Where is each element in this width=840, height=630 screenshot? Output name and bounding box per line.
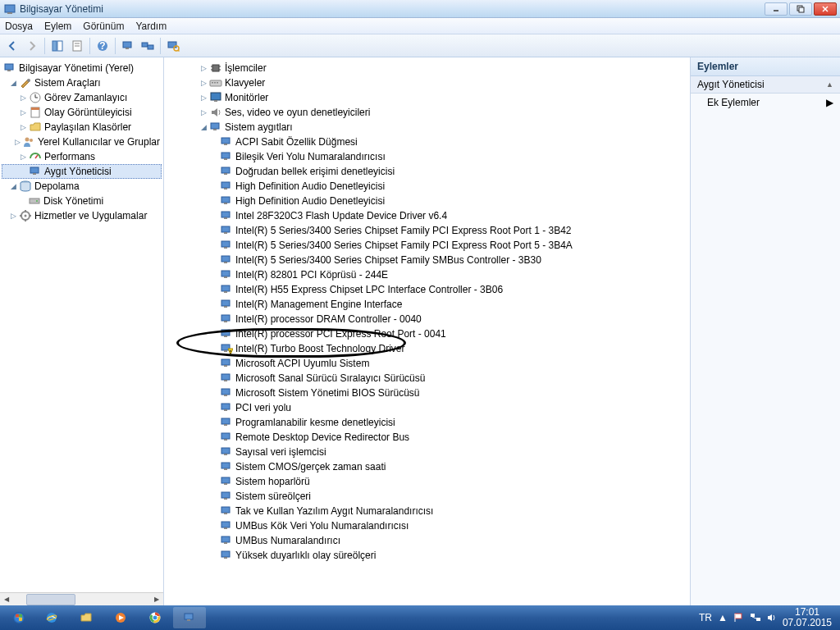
device-item[interactable]: High Definition Audio Denetleyicisi xyxy=(197,179,688,194)
properties-button[interactable] xyxy=(68,37,86,55)
taskbar-ie[interactable] xyxy=(35,607,68,628)
device-item[interactable]: High Definition Audio Denetleyicisi xyxy=(197,194,688,208)
tree-root[interactable]: Bilgisayar Yönetimi (Yerel) xyxy=(2,61,162,75)
device-item[interactable]: Sistem süreölçeri xyxy=(197,489,688,504)
tree-shared-folders[interactable]: ▷Paylaşılan Klasörler xyxy=(2,120,162,135)
collapse-icon[interactable]: ◢ xyxy=(8,78,18,88)
device-item[interactable]: Sistem CMOS/gerçek zaman saati xyxy=(197,459,688,474)
network-icon[interactable] xyxy=(750,612,761,623)
tree-storage[interactable]: ◢Depolama xyxy=(2,179,162,194)
category-keyboards[interactable]: ▷Klavyeler xyxy=(197,75,688,90)
expand-icon[interactable]: ▷ xyxy=(199,93,208,103)
device-item[interactable]: Microsoft Sistem Yönetimi BIOS Sürücüsü xyxy=(197,386,688,400)
device-item[interactable]: ACPI Sabit Özellik Düğmesi xyxy=(197,135,688,149)
device-item[interactable]: Intel(R) Management Engine Interface xyxy=(197,297,688,312)
content-pane[interactable]: ▷İşlemciler ▷Klavyeler ▷Monitörler ▷Ses,… xyxy=(164,57,691,605)
device-item[interactable]: Sayısal veri işlemcisi xyxy=(197,445,688,459)
category-processors[interactable]: ▷İşlemciler xyxy=(197,61,688,75)
device-item[interactable]: Yüksek duyarlıklı olay süreölçeri xyxy=(197,548,688,563)
forward-button[interactable] xyxy=(23,37,41,55)
start-button[interactable] xyxy=(3,606,34,629)
svg-line-31 xyxy=(35,155,38,158)
lang-indicator[interactable]: TR xyxy=(699,612,712,623)
taskbar-computer-mgmt[interactable] xyxy=(173,607,206,628)
devices-by-connection-button[interactable] xyxy=(139,37,157,55)
taskbar[interactable]: TR ▲ 17:01 07.07.2015 xyxy=(0,605,840,630)
svg-rect-53 xyxy=(224,144,227,145)
actions-subheader[interactable]: Aygıt Yöneticisi ▲ xyxy=(691,76,840,94)
expand-icon[interactable]: ▷ xyxy=(8,211,18,221)
close-button[interactable] xyxy=(814,2,837,16)
menu-file[interactable]: Dosya xyxy=(5,21,33,32)
device-item[interactable]: Intel(R) 5 Series/3400 Series Chipset Fa… xyxy=(197,238,688,253)
show-hide-tree-button[interactable] xyxy=(48,37,66,55)
clock[interactable]: 17:01 07.07.2015 xyxy=(783,607,832,628)
horizontal-scrollbar[interactable]: ◀ ▶ xyxy=(0,592,163,605)
device-item[interactable]: Remote Desktop Device Redirector Bus xyxy=(197,430,688,445)
tree-local-users[interactable]: ▷Yerel Kullanıcılar ve Gruplar xyxy=(2,135,162,149)
actions-more[interactable]: Ek Eylemler ▶ xyxy=(691,94,840,112)
device-item[interactable]: Intel(R) 5 Series/3400 Series Chipset Fa… xyxy=(197,253,688,267)
device-icon xyxy=(220,504,233,518)
taskbar-chrome[interactable] xyxy=(139,607,171,628)
device-item[interactable]: Intel 28F320C3 Flash Update Device Drive… xyxy=(197,208,688,223)
menu-action[interactable]: Eylem xyxy=(44,21,71,32)
expand-icon[interactable]: ▷ xyxy=(18,122,28,132)
back-button[interactable] xyxy=(3,37,21,55)
device-item[interactable]: UMBus Numaralandırıcı xyxy=(197,533,688,548)
show-hidden-icon[interactable]: ▲ xyxy=(717,612,728,623)
menu-view[interactable]: Görünüm xyxy=(83,21,124,32)
volume-icon[interactable] xyxy=(766,612,778,623)
tree-device-manager[interactable]: Aygıt Yöneticisi xyxy=(2,164,162,179)
collapse-icon[interactable]: ◢ xyxy=(8,181,18,191)
device-item[interactable]: UMBus Kök Veri Yolu Numaralandırıcısı xyxy=(197,518,688,533)
maximize-button[interactable] xyxy=(789,2,812,16)
device-item[interactable]: Intel(R) processor PCI Express Root Port… xyxy=(197,326,688,341)
expand-icon[interactable]: ▷ xyxy=(199,63,208,73)
expand-icon[interactable]: ▷ xyxy=(18,152,28,162)
taskbar-media[interactable] xyxy=(104,607,137,628)
scroll-left-arrow[interactable]: ◀ xyxy=(0,594,13,605)
help-button[interactable]: ? xyxy=(94,37,112,55)
taskbar-explorer[interactable] xyxy=(70,607,103,628)
device-item[interactable]: Sistem hoparlörü xyxy=(197,474,688,489)
scroll-thumb[interactable] xyxy=(26,594,75,605)
minimize-button[interactable] xyxy=(765,2,788,16)
device-item[interactable]: Microsoft Sanal Sürücü Sıralayıcı Sürücü… xyxy=(197,371,688,386)
tree-system-tools[interactable]: ◢Sistem Araçları xyxy=(2,75,162,90)
device-item[interactable]: Bileşik Veri Yolu Numaralandırıcısı xyxy=(197,149,688,164)
expand-icon[interactable]: ▷ xyxy=(199,78,208,88)
menu-help[interactable]: Yardım xyxy=(135,21,167,32)
category-monitors[interactable]: ▷Monitörler xyxy=(197,90,688,105)
scroll-right-arrow[interactable]: ▶ xyxy=(150,594,163,605)
tree-performance[interactable]: ▷Performans xyxy=(2,149,162,164)
devices-by-type-button[interactable] xyxy=(119,37,137,55)
device-item[interactable]: Intel(R) processor DRAM Controller - 004… xyxy=(197,312,688,326)
expand-icon[interactable]: ▷ xyxy=(18,93,28,103)
device-item[interactable]: Intel(R) H55 Express Chipset LPC Interfa… xyxy=(197,282,688,297)
device-icon xyxy=(220,519,233,532)
device-item[interactable]: Doğrudan bellek erişimi denetleyicisi xyxy=(197,164,688,179)
tree-disk-mgmt[interactable]: Disk Yönetimi xyxy=(2,194,162,208)
navigation-pane[interactable]: Bilgisayar Yönetimi (Yerel) ◢Sistem Araç… xyxy=(0,57,164,605)
device-item[interactable]: Intel(R) Turbo Boost Technology Driver xyxy=(197,341,688,356)
device-item[interactable]: PCI veri yolu xyxy=(197,400,688,415)
flag-icon[interactable] xyxy=(733,612,745,623)
device-item[interactable]: Microsoft ACPI Uyumlu Sistem xyxy=(197,356,688,371)
scan-hardware-button[interactable] xyxy=(164,37,182,55)
device-label: UMBus Kök Veri Yolu Numaralandırıcısı xyxy=(235,520,409,532)
category-system-devices[interactable]: ◢Sistem aygıtları xyxy=(197,120,688,135)
tree-event-viewer[interactable]: ▷Olay Görüntüleyicisi xyxy=(2,105,162,120)
expand-icon[interactable]: ▷ xyxy=(18,107,28,117)
tree-services[interactable]: ▷Hizmetler ve Uygulamalar xyxy=(2,208,162,223)
expand-icon[interactable]: ▷ xyxy=(14,137,21,147)
device-item[interactable]: Tak ve Kullan Yazılım Aygıt Numaralandır… xyxy=(197,504,688,518)
device-item[interactable]: Programlanabilir kesme denetleyicisi xyxy=(197,415,688,430)
system-tray[interactable]: TR ▲ 17:01 07.07.2015 xyxy=(699,607,837,628)
collapse-icon[interactable]: ◢ xyxy=(199,122,208,132)
tree-task-scheduler[interactable]: ▷Görev Zamanlayıcı xyxy=(2,90,162,105)
device-item[interactable]: Intel(R) 5 Series/3400 Series Chipset Fa… xyxy=(197,223,688,238)
device-item[interactable]: Intel(R) 82801 PCI Köprüsü - 244E xyxy=(197,267,688,282)
expand-icon[interactable]: ▷ xyxy=(199,107,208,117)
category-sound[interactable]: ▷Ses, video ve oyun denetleyicileri xyxy=(197,105,688,120)
